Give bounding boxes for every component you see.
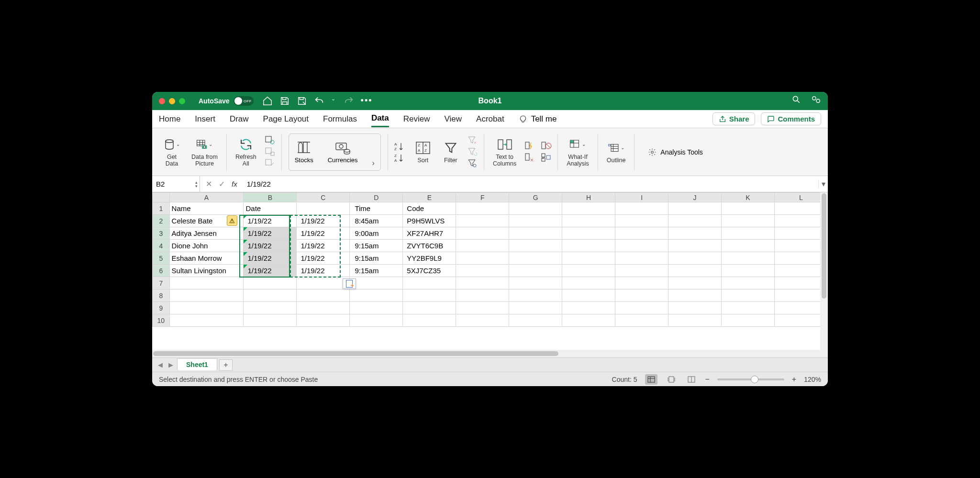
more-icon[interactable]: ••• xyxy=(361,96,373,106)
cell[interactable] xyxy=(722,265,775,277)
redo-icon[interactable] xyxy=(344,96,354,106)
save-icon[interactable] xyxy=(279,96,290,106)
cell[interactable] xyxy=(668,314,722,327)
cell[interactable] xyxy=(668,289,722,302)
cell[interactable] xyxy=(668,227,722,240)
cell[interactable] xyxy=(775,240,828,252)
autosave-toggle[interactable]: OFF xyxy=(234,96,254,106)
name-box-dropdown-icon[interactable]: ▴▾ xyxy=(195,180,198,188)
cell[interactable] xyxy=(509,227,562,240)
cell[interactable] xyxy=(668,215,722,227)
cell[interactable]: 1/19/22 xyxy=(297,265,350,277)
col-header-F[interactable]: F xyxy=(456,193,509,202)
cell[interactable]: 1/19/22 xyxy=(297,252,350,265)
cell[interactable] xyxy=(509,240,562,252)
cell[interactable] xyxy=(562,240,615,252)
cell[interactable] xyxy=(615,227,668,240)
cell[interactable]: 1/19/22 xyxy=(244,215,297,227)
cell[interactable] xyxy=(456,314,509,327)
col-header-I[interactable]: I xyxy=(615,193,668,202)
tab-acrobat[interactable]: Acrobat xyxy=(476,111,504,127)
col-header-C[interactable]: C xyxy=(297,193,350,202)
minimize-window-button[interactable] xyxy=(169,98,175,104)
row-header[interactable]: 2 xyxy=(153,215,170,227)
row-header[interactable]: 4 xyxy=(153,240,170,252)
cell[interactable] xyxy=(456,277,509,289)
cell[interactable] xyxy=(169,277,244,289)
cell[interactable]: 1/19/22 xyxy=(244,227,297,240)
cell[interactable]: P9H5WLVS xyxy=(403,215,456,227)
row-header[interactable]: 5 xyxy=(153,252,170,265)
cell[interactable] xyxy=(509,289,562,302)
add-sheet-button[interactable]: + xyxy=(219,359,233,371)
cell[interactable] xyxy=(562,215,615,227)
cell[interactable] xyxy=(509,277,562,289)
cell[interactable]: XF27AHR7 xyxy=(403,227,456,240)
stocks-button[interactable]: Stocks xyxy=(295,140,313,164)
sort-desc-icon[interactable]: ZA xyxy=(394,153,404,163)
cell[interactable]: Date xyxy=(244,202,297,215)
cell[interactable]: 5XJ7CZ35 xyxy=(403,265,456,277)
col-header-E[interactable]: E xyxy=(403,193,456,202)
cell[interactable] xyxy=(297,202,350,215)
refresh-all-button[interactable]: Refresh All xyxy=(231,131,261,174)
name-box[interactable]: B2 ▴▾ xyxy=(152,176,200,192)
row-header[interactable]: 7 xyxy=(153,277,170,289)
page-layout-view-icon[interactable] xyxy=(665,374,678,385)
cell[interactable] xyxy=(668,202,722,215)
consolidate-icon[interactable] xyxy=(541,153,552,163)
col-header-G[interactable]: G xyxy=(509,193,562,202)
outline-button[interactable]: ⌄ Outline xyxy=(602,131,631,174)
edit-links-icon[interactable] xyxy=(265,159,276,168)
cell[interactable]: ZVYT6C9B xyxy=(403,240,456,252)
col-header-H[interactable]: H xyxy=(562,193,615,202)
cell[interactable] xyxy=(509,314,562,327)
cell[interactable]: 9:15am xyxy=(350,240,403,252)
tell-me[interactable]: Tell me xyxy=(519,114,557,124)
cell[interactable] xyxy=(562,277,615,289)
row-header[interactable]: 8 xyxy=(153,289,170,302)
expand-formula-bar-icon[interactable]: ▾ xyxy=(818,179,828,189)
share-button[interactable]: Share xyxy=(713,112,756,125)
page-break-view-icon[interactable] xyxy=(685,374,698,385)
enter-formula-icon[interactable]: ✓ xyxy=(219,179,225,189)
cell[interactable] xyxy=(562,289,615,302)
reapply-filter-icon[interactable] xyxy=(468,147,478,157)
queries-icon[interactable] xyxy=(265,136,276,145)
data-validation-icon[interactable]: ⌄ xyxy=(541,142,552,151)
cell[interactable] xyxy=(350,277,403,289)
cell[interactable] xyxy=(244,277,297,289)
cell[interactable] xyxy=(775,265,828,277)
cell[interactable] xyxy=(403,302,456,314)
cell[interactable] xyxy=(722,202,775,215)
col-header-L[interactable]: L xyxy=(775,193,828,202)
cell[interactable]: Eshaan Morrow xyxy=(169,252,244,265)
autosave-control[interactable]: AutoSave OFF xyxy=(199,96,254,106)
cell[interactable] xyxy=(668,240,722,252)
advanced-filter-icon[interactable] xyxy=(468,159,478,168)
cell[interactable] xyxy=(775,227,828,240)
tab-draw[interactable]: Draw xyxy=(230,111,249,127)
cell[interactable] xyxy=(456,252,509,265)
comments-button[interactable]: Comments xyxy=(761,112,821,125)
cell[interactable]: 1/19/22 xyxy=(297,240,350,252)
cell[interactable] xyxy=(668,277,722,289)
row-header[interactable]: 1 xyxy=(153,202,170,215)
cell[interactable] xyxy=(509,202,562,215)
next-sheet-icon[interactable]: ▶ xyxy=(167,361,175,368)
cell[interactable] xyxy=(509,215,562,227)
filter-button[interactable]: Filter xyxy=(438,131,464,174)
cell[interactable] xyxy=(775,215,828,227)
cell[interactable] xyxy=(403,277,456,289)
cell[interactable] xyxy=(350,314,403,327)
maximize-window-button[interactable] xyxy=(179,98,185,104)
cell[interactable] xyxy=(562,265,615,277)
analysis-tools-button[interactable]: Analysis Tools xyxy=(648,148,702,156)
col-header-A[interactable]: A xyxy=(169,193,244,202)
cell[interactable] xyxy=(509,302,562,314)
cell[interactable] xyxy=(244,314,297,327)
spreadsheet-grid[interactable]: A B C D E F G H I J K L 1NameDateTimeCod… xyxy=(152,192,828,350)
cell[interactable]: 1/19/22 xyxy=(297,215,350,227)
error-indicator-icon[interactable]: ⚠ xyxy=(227,215,237,226)
cell[interactable] xyxy=(775,289,828,302)
